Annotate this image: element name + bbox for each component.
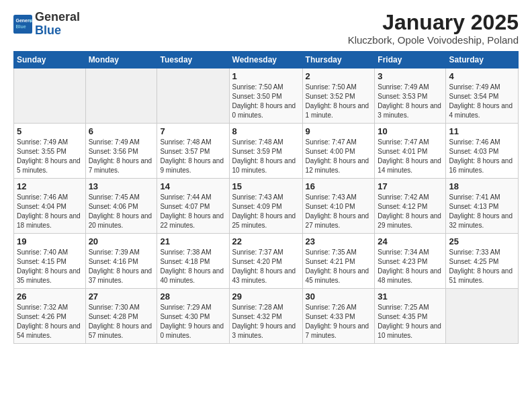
cell-text: Sunrise: 7:46 AM Sunset: 4:03 PM Dayligh… — [449, 138, 515, 175]
calendar-cell: 24Sunrise: 7:34 AM Sunset: 4:23 PM Dayli… — [375, 234, 446, 289]
day-number: 29 — [232, 291, 300, 302]
day-number: 25 — [449, 236, 515, 246]
day-number: 12 — [17, 181, 83, 191]
cell-text: Sunrise: 7:49 AM Sunset: 3:53 PM Dayligh… — [378, 83, 443, 120]
day-number: 6 — [89, 126, 154, 136]
calendar-cell: 31Sunrise: 7:25 AM Sunset: 4:35 PM Dayli… — [375, 289, 446, 344]
calendar-cell: 29Sunrise: 7:28 AM Sunset: 4:32 PM Dayli… — [229, 289, 302, 344]
cell-text: Sunrise: 7:46 AM Sunset: 4:04 PM Dayligh… — [17, 193, 83, 230]
calendar-cell: 14Sunrise: 7:44 AM Sunset: 4:07 PM Dayli… — [157, 179, 229, 234]
cell-text: Sunrise: 7:48 AM Sunset: 3:57 PM Dayligh… — [160, 138, 226, 175]
calendar-cell — [85, 68, 157, 124]
cell-text: Sunrise: 7:35 AM Sunset: 4:21 PM Dayligh… — [306, 248, 372, 285]
week-row-1: 5Sunrise: 7:49 AM Sunset: 3:55 PM Daylig… — [14, 124, 519, 179]
calendar-cell: 16Sunrise: 7:43 AM Sunset: 4:10 PM Dayli… — [302, 179, 375, 234]
calendar-cell: 26Sunrise: 7:32 AM Sunset: 4:26 PM Dayli… — [14, 289, 86, 344]
cell-text: Sunrise: 7:25 AM Sunset: 4:35 PM Dayligh… — [378, 303, 443, 340]
calendar-cell: 2Sunrise: 7:50 AM Sunset: 3:52 PM Daylig… — [302, 68, 375, 124]
week-row-0: 1Sunrise: 7:50 AM Sunset: 3:50 PM Daylig… — [14, 68, 519, 124]
month-title: January 2025 — [348, 11, 519, 34]
day-number: 27 — [89, 291, 154, 302]
day-number: 9 — [306, 126, 372, 136]
day-number: 23 — [306, 236, 372, 246]
calendar-cell: 25Sunrise: 7:33 AM Sunset: 4:25 PM Dayli… — [446, 234, 519, 289]
day-number: 5 — [17, 126, 83, 136]
calendar-cell: 12Sunrise: 7:46 AM Sunset: 4:04 PM Dayli… — [14, 179, 86, 234]
cell-text: Sunrise: 7:41 AM Sunset: 4:13 PM Dayligh… — [449, 193, 515, 230]
cell-text: Sunrise: 7:44 AM Sunset: 4:07 PM Dayligh… — [160, 193, 226, 230]
day-number: 19 — [17, 236, 83, 246]
svg-text:Blue: Blue — [16, 24, 26, 29]
header-day-saturday: Saturday — [446, 52, 519, 68]
calendar-cell: 17Sunrise: 7:42 AM Sunset: 4:12 PM Dayli… — [375, 179, 446, 234]
cell-text: Sunrise: 7:50 AM Sunset: 3:52 PM Dayligh… — [306, 83, 372, 120]
day-number: 11 — [449, 126, 515, 136]
header: General Blue General Blue January 2025 K… — [13, 11, 519, 46]
calendar-cell: 23Sunrise: 7:35 AM Sunset: 4:21 PM Dayli… — [302, 234, 375, 289]
calendar-cell — [446, 289, 519, 344]
calendar-cell: 7Sunrise: 7:48 AM Sunset: 3:57 PM Daylig… — [157, 124, 229, 179]
header-day-monday: Monday — [85, 52, 157, 68]
cell-text: Sunrise: 7:47 AM Sunset: 4:01 PM Dayligh… — [378, 138, 443, 175]
cell-text: Sunrise: 7:43 AM Sunset: 4:09 PM Dayligh… — [232, 193, 300, 230]
calendar-cell: 5Sunrise: 7:49 AM Sunset: 3:55 PM Daylig… — [14, 124, 86, 179]
calendar-cell: 10Sunrise: 7:47 AM Sunset: 4:01 PM Dayli… — [375, 124, 446, 179]
logo-text: General Blue — [35, 11, 80, 38]
cell-text: Sunrise: 7:47 AM Sunset: 4:00 PM Dayligh… — [306, 138, 372, 175]
cell-text: Sunrise: 7:50 AM Sunset: 3:50 PM Dayligh… — [232, 83, 300, 120]
logo-blue: Blue — [35, 24, 61, 37]
day-number: 28 — [160, 291, 226, 302]
cell-text: Sunrise: 7:28 AM Sunset: 4:32 PM Dayligh… — [232, 303, 300, 340]
calendar-cell: 22Sunrise: 7:37 AM Sunset: 4:20 PM Dayli… — [229, 234, 302, 289]
calendar-cell: 15Sunrise: 7:43 AM Sunset: 4:09 PM Dayli… — [229, 179, 302, 234]
week-row-4: 26Sunrise: 7:32 AM Sunset: 4:26 PM Dayli… — [14, 289, 519, 344]
cell-text: Sunrise: 7:48 AM Sunset: 3:59 PM Dayligh… — [232, 138, 300, 175]
calendar-cell: 21Sunrise: 7:38 AM Sunset: 4:18 PM Dayli… — [157, 234, 229, 289]
title-block: January 2025 Kluczbork, Opole Voivodeshi… — [348, 11, 519, 46]
logo: General Blue General Blue — [13, 11, 80, 38]
day-number: 7 — [160, 126, 226, 136]
day-number: 10 — [378, 126, 443, 136]
calendar-cell — [157, 68, 229, 124]
header-day-thursday: Thursday — [302, 52, 375, 68]
logo-general: General — [35, 10, 80, 24]
day-number: 1 — [232, 71, 300, 81]
cell-text: Sunrise: 7:33 AM Sunset: 4:25 PM Dayligh… — [449, 248, 515, 285]
calendar-cell: 30Sunrise: 7:26 AM Sunset: 4:33 PM Dayli… — [302, 289, 375, 344]
day-number: 16 — [306, 181, 372, 191]
calendar-cell: 6Sunrise: 7:49 AM Sunset: 3:56 PM Daylig… — [85, 124, 157, 179]
header-day-wednesday: Wednesday — [229, 52, 302, 68]
day-number: 13 — [89, 181, 154, 191]
cell-text: Sunrise: 7:39 AM Sunset: 4:16 PM Dayligh… — [89, 248, 154, 285]
calendar-cell: 1Sunrise: 7:50 AM Sunset: 3:50 PM Daylig… — [229, 68, 302, 124]
calendar-cell: 20Sunrise: 7:39 AM Sunset: 4:16 PM Dayli… — [85, 234, 157, 289]
cell-text: Sunrise: 7:49 AM Sunset: 3:55 PM Dayligh… — [17, 138, 83, 175]
cell-text: Sunrise: 7:30 AM Sunset: 4:28 PM Dayligh… — [89, 303, 154, 340]
header-day-friday: Friday — [375, 52, 446, 68]
calendar-cell — [14, 68, 86, 124]
calendar-table: SundayMondayTuesdayWednesdayThursdayFrid… — [13, 51, 519, 344]
cell-text: Sunrise: 7:45 AM Sunset: 4:06 PM Dayligh… — [89, 193, 154, 230]
day-number: 14 — [160, 181, 226, 191]
cell-text: Sunrise: 7:37 AM Sunset: 4:20 PM Dayligh… — [232, 248, 300, 285]
day-number: 18 — [449, 181, 515, 191]
calendar-cell: 3Sunrise: 7:49 AM Sunset: 3:53 PM Daylig… — [375, 68, 446, 124]
cell-text: Sunrise: 7:49 AM Sunset: 3:56 PM Dayligh… — [89, 138, 154, 175]
cell-text: Sunrise: 7:29 AM Sunset: 4:30 PM Dayligh… — [160, 303, 226, 340]
day-number: 24 — [378, 236, 443, 246]
day-number: 3 — [378, 71, 443, 81]
subtitle: Kluczbork, Opole Voivodeship, Poland — [348, 34, 519, 46]
calendar-cell: 8Sunrise: 7:48 AM Sunset: 3:59 PM Daylig… — [229, 124, 302, 179]
day-number: 8 — [232, 126, 300, 136]
calendar-cell: 27Sunrise: 7:30 AM Sunset: 4:28 PM Dayli… — [85, 289, 157, 344]
calendar-cell: 13Sunrise: 7:45 AM Sunset: 4:06 PM Dayli… — [85, 179, 157, 234]
week-row-3: 19Sunrise: 7:40 AM Sunset: 4:15 PM Dayli… — [14, 234, 519, 289]
cell-text: Sunrise: 7:32 AM Sunset: 4:26 PM Dayligh… — [17, 303, 83, 340]
day-number: 17 — [378, 181, 443, 191]
calendar-cell: 19Sunrise: 7:40 AM Sunset: 4:15 PM Dayli… — [14, 234, 86, 289]
cell-text: Sunrise: 7:43 AM Sunset: 4:10 PM Dayligh… — [306, 193, 372, 230]
week-row-2: 12Sunrise: 7:46 AM Sunset: 4:04 PM Dayli… — [14, 179, 519, 234]
day-number: 21 — [160, 236, 226, 246]
calendar-cell: 11Sunrise: 7:46 AM Sunset: 4:03 PM Dayli… — [446, 124, 519, 179]
day-number: 30 — [306, 291, 372, 302]
